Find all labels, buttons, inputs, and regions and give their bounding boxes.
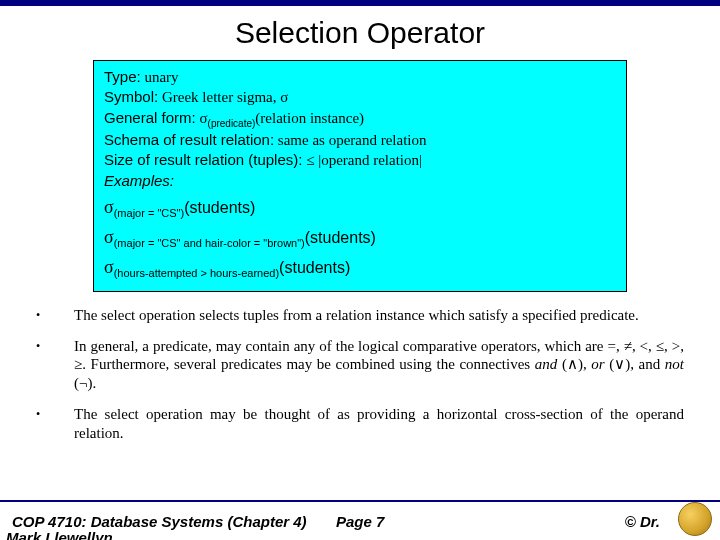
operator-info-box: Type: unary Symbol: Greek letter sigma, …: [93, 60, 627, 292]
footer-page: Page 7: [336, 513, 521, 530]
bullet-text-1: The select operation selects tuples from…: [74, 306, 684, 325]
b2-not-sym: (¬).: [74, 375, 96, 391]
general-rest: (relation instance): [255, 110, 364, 126]
university-logo-icon: [678, 502, 712, 536]
info-general-form: General form: σ(predicate)(relation inst…: [104, 108, 616, 131]
b2-and: and: [535, 356, 558, 372]
bullet-text-3: The select operation may be thought of a…: [74, 405, 684, 443]
list-item: • The select operation selects tuples fr…: [36, 306, 684, 325]
ex1-sub: (major = "CS"): [114, 207, 184, 219]
example-3: σ(hours-attempted > hours-earned)(studen…: [104, 255, 616, 281]
list-item: • The select operation may be thought of…: [36, 405, 684, 443]
type-label: Type:: [104, 68, 141, 85]
b2-and-sym: (∧),: [557, 356, 591, 372]
ex1-rel: (students): [184, 199, 255, 216]
size-label: Size of result relation (tuples):: [104, 151, 302, 168]
bullet-text-2: In general, a predicate, may contain any…: [74, 337, 684, 393]
b2-or: or: [591, 356, 604, 372]
ex3-sub: (hours-attempted > hours-earned): [114, 267, 279, 279]
bullet-list: • The select operation selects tuples fr…: [36, 306, 684, 443]
size-value: ≤ |operand relation|: [306, 152, 422, 168]
schema-value: same as operand relation: [278, 132, 427, 148]
bullet-icon: •: [36, 306, 74, 325]
examples-label: Examples:: [104, 172, 174, 189]
example-1: σ(major = "CS")(students): [104, 195, 616, 221]
top-accent-bar: [0, 0, 720, 6]
sigma-icon: σ: [104, 227, 114, 247]
b2-not: not: [665, 356, 684, 372]
sigma-icon: σ: [104, 197, 114, 217]
info-examples-label: Examples:: [104, 171, 616, 191]
type-value: unary: [144, 69, 178, 85]
example-2: σ(major = "CS" and hair-color = "brown")…: [104, 225, 616, 251]
page-title: Selection Operator: [0, 16, 720, 50]
ex2-sub: (major = "CS" and hair-color = "brown"): [114, 237, 305, 249]
schema-label: Schema of result relation:: [104, 131, 274, 148]
bullet-icon: •: [36, 405, 74, 443]
b2-or-sym: (∨), and: [605, 356, 665, 372]
list-item: • In general, a predicate, may contain a…: [36, 337, 684, 393]
general-sub: (predicate): [208, 118, 256, 129]
info-symbol: Symbol: Greek letter sigma, σ: [104, 87, 616, 107]
info-type: Type: unary: [104, 67, 616, 87]
ex2-rel: (students): [305, 229, 376, 246]
footer-course: COP 4710: Database Systems (Chapter 4): [12, 513, 336, 530]
sigma-symbol: σ: [199, 110, 207, 126]
info-schema: Schema of result relation: same as opera…: [104, 130, 616, 150]
ex3-rel: (students): [279, 259, 350, 276]
symbol-label: Symbol:: [104, 88, 158, 105]
info-size: Size of result relation (tuples): ≤ |ope…: [104, 150, 616, 170]
footer-author-cut: Mark Llewellyn: [6, 529, 113, 540]
symbol-value: Greek letter sigma, σ: [162, 89, 288, 105]
sigma-icon: σ: [104, 257, 114, 277]
general-label: General form:: [104, 109, 196, 126]
bullet-icon: •: [36, 337, 74, 393]
